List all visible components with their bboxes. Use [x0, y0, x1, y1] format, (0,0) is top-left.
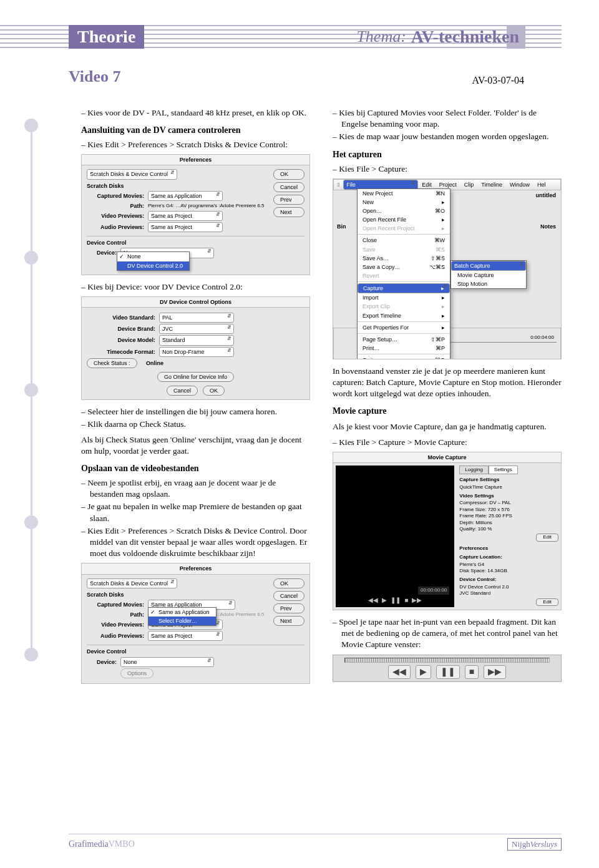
grafimedia-text: Grafimedia [69, 839, 109, 849]
vs-line: Compressor: DV – PAL [459, 500, 558, 506]
screenshot-preferences-2: Preferences OK Cancel Prev Next Scratch … [81, 563, 310, 683]
options-button[interactable]: Options [120, 668, 153, 678]
audio-previews-select[interactable]: Same as Project [148, 222, 223, 232]
device-brand-select[interactable]: JVC [159, 324, 234, 334]
cancel-button[interactable]: Cancel [273, 182, 304, 192]
rewind-icon[interactable]: ◀◀ [368, 596, 378, 605]
screenshot-transport-bar: ◀◀ ▶ ❚❚ ■ ▶▶ [333, 655, 562, 683]
capture-submenu: Batch Capture Movie Capture Stop Motion [450, 260, 527, 289]
thema-title: Thema: AV-technieken [351, 25, 524, 49]
capture-preview: 00:00:00:00 ◀◀ ▶ ❚❚ ■ ▶▶ [336, 466, 454, 607]
check-status-note: Als bij Check Status geen 'Online' versc… [81, 434, 310, 457]
menu-item[interactable]: Export Timeline▸ [358, 311, 450, 320]
menu-item[interactable]: Page Setup…⇧⌘P [358, 335, 450, 344]
list-item: Kies bij Device: voor DV Device Control … [90, 281, 310, 293]
content-columns: Kies voor de DV - PAL, standaard 48 kHz … [0, 86, 599, 690]
play-icon[interactable]: ▶ [382, 596, 387, 605]
menu-item[interactable]: Import▸ [358, 293, 450, 302]
ffwd-icon[interactable]: ▶▶ [412, 596, 422, 605]
device-option-none[interactable]: None [117, 252, 189, 261]
go-online-button[interactable]: Go Online for Device Info [157, 372, 234, 382]
audio-previews-label: Audio Previews: [87, 223, 144, 231]
ok-button[interactable]: OK [273, 169, 304, 179]
tab-logging[interactable]: Logging [459, 466, 488, 474]
preferences-header: Preferences [459, 545, 558, 552]
capture-explanation: In bovenstaand venster zie je dat je op … [333, 366, 562, 400]
timecode-format-select[interactable]: Non Drop-Frame [159, 347, 234, 357]
list-item: Kies Edit > Preferences > Scratch Disks … [90, 525, 310, 560]
menu-clip[interactable]: Clip [460, 180, 478, 190]
check-status-button[interactable]: Check Status : [87, 358, 137, 368]
apple-menu-icon[interactable]:  [334, 180, 343, 190]
check-status-value: Online [146, 359, 163, 367]
menu-item[interactable]: Print…⌘P [358, 344, 450, 353]
audio-previews-select[interactable]: Same as Project [148, 631, 223, 641]
transport-scrubber[interactable] [344, 658, 549, 663]
menu-timeline[interactable]: Timeline [477, 180, 506, 190]
thema-value: AV-technieken [411, 27, 519, 47]
pause-icon[interactable]: ❚❚ [391, 596, 401, 605]
page-header: Theorie Thema: AV-technieken Video 7 AV-… [0, 0, 599, 86]
device-option-dv[interactable]: DV Device Control 2.0 [117, 261, 189, 270]
menu-item[interactable]: Open Recent File▸ [358, 215, 450, 224]
vs-line: Depth: Millions [459, 520, 558, 526]
menu-item[interactable]: Open…⌘O [358, 207, 450, 215]
menu-item[interactable]: Save As…⇧⌘S [358, 254, 450, 263]
dropdown-option-select-folder[interactable]: Select Folder… [149, 617, 216, 625]
list-item: Spoel je tape naar het in-punt van een b… [341, 617, 562, 651]
menu-item[interactable]: Save a Copy…⌥⌘S [358, 263, 450, 271]
menu-item: Save⌘S [358, 245, 450, 254]
menu-item[interactable]: New Project⌘N [358, 189, 450, 198]
ok-button[interactable]: OK [273, 578, 304, 588]
theorie-badge: Theorie [69, 25, 144, 49]
window-title: Preferences [82, 563, 309, 574]
prefs-section-dropdown[interactable]: Scratch Disks & Device Control [87, 169, 177, 179]
rewind-button[interactable]: ◀◀ [388, 665, 411, 680]
menu-item: Open Recent Project▸ [358, 224, 450, 233]
cancel-button[interactable]: Cancel [167, 386, 198, 396]
footer-right-logo: NijghVersluys [507, 838, 562, 851]
prefs-section-dropdown[interactable]: Scratch Disks & Device Control [87, 578, 177, 588]
video-previews-label: Video Previews: [87, 621, 144, 628]
submenu-movie-capture[interactable]: Movie Capture [451, 271, 526, 280]
play-button[interactable]: ▶ [416, 665, 431, 680]
pause-button[interactable]: ❚❚ [436, 665, 460, 680]
captured-movies-select[interactable]: Same as Application [148, 191, 223, 201]
stop-button[interactable]: ■ [465, 665, 479, 680]
menu-item[interactable]: New▸ [358, 198, 450, 207]
menu-help[interactable]: Hel [533, 180, 550, 190]
tab-settings[interactable]: Settings [489, 466, 518, 474]
next-button[interactable]: Next [273, 616, 304, 626]
menu-item[interactable]: Get Properties For▸ [358, 323, 450, 332]
ffwd-button[interactable]: ▶▶ [484, 665, 506, 680]
edit-button[interactable]: Edit [536, 598, 558, 606]
video-standard-select[interactable]: PAL [159, 313, 234, 323]
device-select[interactable]: None [120, 657, 214, 667]
window-title: DV Device Control Options [82, 297, 309, 308]
dev-ctl-line: JVC Standard [459, 590, 558, 597]
vs-line: Quality: 100 % [459, 526, 558, 532]
menu-item[interactable]: Capture▸ [358, 283, 450, 293]
video-previews-select[interactable]: Same as Project [148, 211, 223, 221]
dropdown-option[interactable]: Same as Application [149, 608, 216, 617]
edit-button[interactable]: Edit [536, 534, 558, 541]
device-label: Device: [87, 658, 117, 666]
movie-capture-list: Kies File > Capture > Movie Capture: [333, 437, 562, 448]
menu-item[interactable]: Close⌘W [358, 236, 450, 245]
ok-button[interactable]: OK [203, 386, 225, 396]
scratch-disks-label: Scratch Disks [87, 182, 304, 190]
submenu-batch-capture[interactable]: Batch Capture [451, 261, 526, 271]
prev-button[interactable]: Prev [273, 195, 304, 205]
capture-settings-header: Capture Settings [459, 477, 558, 483]
next-button[interactable]: Next [273, 207, 304, 217]
sec2-list: Neem je spotlist erbij, en vraag aan je … [81, 477, 310, 560]
stop-icon[interactable]: ■ [404, 596, 408, 605]
submenu-stop-motion[interactable]: Stop Motion [451, 280, 526, 288]
after-mcap-list: Spoel je tape naar het in-punt van een b… [333, 617, 562, 651]
list-item: Neem je spotlist erbij, en vraag aan je … [90, 477, 310, 500]
menu-item[interactable]: Quit⌘Q [358, 356, 450, 359]
device-model-select[interactable]: Standard [159, 335, 234, 345]
menu-window[interactable]: Window [506, 180, 533, 190]
timecode: 00:00:00:00 [418, 587, 449, 595]
list-item: Je gaat nu bepalen in welke map Premiere… [90, 501, 310, 524]
